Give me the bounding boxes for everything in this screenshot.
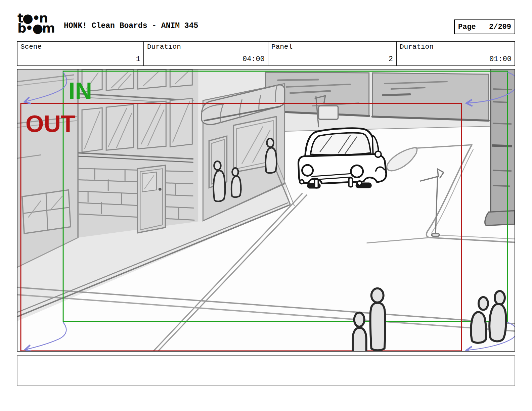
storyboard-page: t●•n b•●m HONK! Clean Boards - ANIM 345 … — [0, 0, 532, 411]
scene-label: Scene — [20, 43, 140, 51]
page-label: Page — [458, 23, 476, 31]
page-value: 2/209 — [489, 23, 511, 31]
storyboard-panel: IN OUT — [17, 69, 515, 352]
project-title: HONK! Clean Boards - ANIM 345 — [64, 21, 198, 30]
page-indicator: Page 2/209 — [454, 19, 515, 34]
caption-box — [17, 355, 515, 386]
panel-number-label: Panel — [271, 43, 393, 51]
background-wall — [265, 72, 488, 121]
camera-in-label: IN — [69, 78, 92, 104]
scene-duration-cell: Duration 04:00 — [143, 42, 268, 65]
scene-duration-value: 04:00 — [242, 55, 265, 63]
panel-duration-cell: Duration 01:00 — [396, 42, 515, 65]
camera-out-label: OUT — [26, 111, 75, 137]
toonboom-logo-line2: b•●m — [17, 24, 61, 34]
panel-number-cell: Panel 2 — [268, 42, 396, 65]
panel-info-row: Scene 1 Duration 04:00 Panel 2 Duration … — [17, 41, 515, 66]
scene-value: 1 — [136, 55, 140, 63]
panel-duration-value: 01:00 — [489, 55, 512, 63]
storyboard-drawing: IN OUT — [17, 70, 515, 351]
scene-duration-label: Duration — [147, 43, 265, 51]
toonboom-logo: t●•n b•●m — [17, 13, 61, 33]
panel-number-value: 2 — [389, 55, 393, 63]
scene-cell: Scene 1 — [17, 42, 143, 65]
panel-duration-label: Duration — [400, 43, 512, 51]
